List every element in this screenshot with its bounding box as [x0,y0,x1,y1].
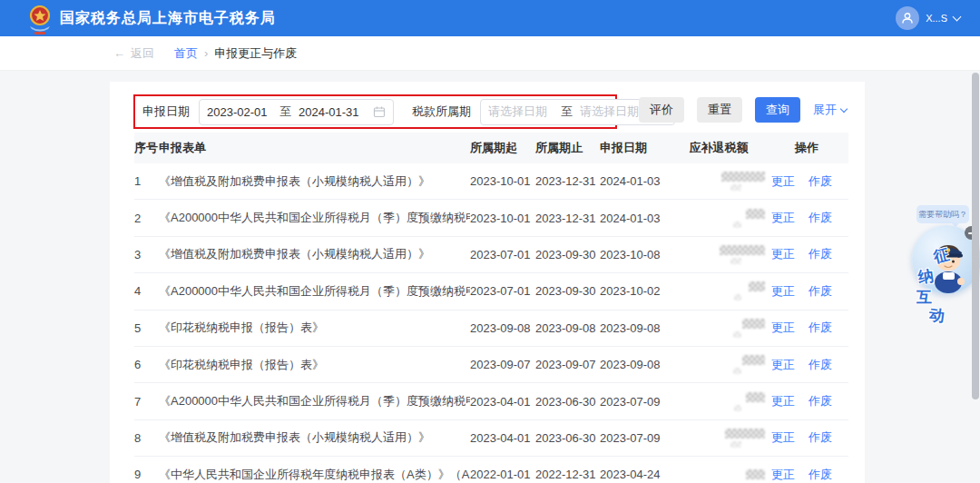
query-button[interactable]: 查询 [755,97,800,123]
row-seq: 6 [134,358,159,371]
correct-link[interactable]: 更正 [771,246,795,262]
redacted-amount-secondary [730,441,741,448]
void-link[interactable]: 作废 [808,210,832,226]
mascot-char-2: 纳 [916,265,935,288]
table-row: 7 《A200000中华人民共和国企业所得税月（季）度预缴纳税申报表（A类...… [134,383,848,419]
username: X...S [926,13,947,24]
row-declare-date: 2023-10-02 [600,284,672,298]
correct-link[interactable]: 更正 [771,283,795,300]
correct-link[interactable]: 更正 [771,173,795,190]
row-amount-redacted [672,245,765,264]
redacted-amount [720,245,765,255]
breadcrumb-current: 申报更正与作废 [214,45,297,62]
correct-link[interactable]: 更正 [771,393,795,409]
user-menu[interactable]: X...S [896,0,960,36]
tax-period-to-label: 至 [561,104,573,120]
col-declare-date: 申报日期 [600,140,672,156]
correct-link[interactable]: 更正 [771,320,795,336]
row-operations: 更正 作废 [765,393,848,409]
row-period-start: 2023-10-01 [470,212,535,225]
table-row: 2 《A200000中华人民共和国企业所得税月（季）度预缴纳税申报表（A类...… [134,200,848,236]
expand-toggle[interactable]: 展开 [813,102,847,118]
back-button[interactable]: ← 返回 [113,45,154,62]
col-period-end: 所属期止 [535,140,600,156]
correct-link[interactable]: 更正 [771,467,795,483]
row-declare-date: 2023-07-09 [600,431,672,445]
assistant-widget[interactable]: 需要帮助吗？ 征 纳 互 动 [901,202,980,303]
row-operations: 更正 作废 [765,246,848,262]
page: 国家税务总局上海市电子税务局 X...S ← 返回 首页 › 申报更正与作废 申… [0,0,980,483]
row-period-end: 2023-12-31 [535,174,600,188]
row-period-end: 2023-09-30 [535,248,600,261]
row-amount-redacted [672,355,765,374]
col-form: 申报表单 [159,140,470,156]
vertical-scrollbar[interactable] [972,73,979,399]
person-icon [900,11,915,25]
breadcrumb-separator: › [204,46,208,60]
tax-period-end-placeholder[interactable]: 请选择日期 [580,104,645,120]
row-operations: 更正 作废 [765,210,848,226]
declare-date-range-input[interactable]: 2023-02-01 至 2024-01-31 [199,99,394,125]
row-seq: 3 [134,248,159,261]
top-bar: 国家税务总局上海市电子税务局 X...S [0,0,980,36]
row-operations: 更正 作废 [765,173,848,190]
col-ops: 操作 [765,140,848,156]
row-period-end: 2022-12-31 [535,468,600,481]
tax-emblem-logo [27,5,53,36]
void-link[interactable]: 作废 [808,467,832,483]
content-card: 申报日期 2023-02-01 至 2024-01-31 税款所属期 请选择日期… [110,82,865,483]
chevron-down-icon [840,104,848,112]
table-row: 1 《增值税及附加税费申报表（小规模纳税人适用）》 2023-10-01 202… [134,163,848,200]
void-link[interactable]: 作废 [808,393,832,409]
row-seq: 4 [134,284,159,298]
row-declare-date: 2023-04-24 [600,468,672,481]
void-link[interactable]: 作废 [808,429,832,446]
row-declare-date: 2023-09-08 [600,321,672,335]
void-link[interactable]: 作废 [808,357,832,373]
row-form-name: 《A200000中华人民共和国企业所得税月（季）度预缴纳税申报表（A类... [159,283,470,300]
row-seq: 5 [134,321,159,335]
correct-link[interactable]: 更正 [771,210,795,226]
correct-link[interactable]: 更正 [771,357,795,373]
breadcrumb-home[interactable]: 首页 [174,45,198,62]
user-avatar[interactable] [896,6,919,30]
row-operations: 更正 作废 [765,320,848,336]
table-row: 6 《印花税纳税申报（报告）表》 2023-09-07 2023-09-07 2… [134,347,848,383]
redacted-amount-secondary [733,222,741,228]
declaration-table: 序号 申报表单 所属期起 所属期止 申报日期 应补退税额 操作 1 《增值税及附… [134,133,848,483]
row-seq: 9 [134,468,159,481]
row-declare-date: 2023-07-09 [600,395,672,409]
row-period-start: 2023-09-08 [470,321,535,335]
declare-date-start[interactable]: 2023-02-01 [207,105,272,119]
declare-date-label: 申报日期 [142,104,190,120]
redacted-amount [746,209,765,219]
redacted-amount-secondary [733,368,741,374]
row-form-name: 《印花税纳税申报（报告）表》 [159,320,470,336]
row-seq: 8 [134,431,159,445]
void-link[interactable]: 作废 [808,246,832,262]
tax-period-start-placeholder[interactable]: 请选择日期 [488,104,554,120]
back-arrow-icon: ← [113,46,125,60]
void-link[interactable]: 作废 [808,320,832,336]
table-row: 8 《增值税及附加税费申报表（小规模纳税人适用）》 2023-04-01 202… [134,420,848,457]
row-period-end: 2023-06-30 [535,431,600,445]
table-row: 3 《增值税及附加税费申报表（小规模纳税人适用）》 2023-07-01 202… [134,237,848,273]
row-seq: 7 [134,395,159,409]
evaluate-button[interactable]: 评价 [639,97,684,123]
reset-button[interactable]: 重置 [697,97,742,123]
redacted-amount-secondary [734,405,741,411]
calendar-icon[interactable] [373,105,386,118]
correct-link[interactable]: 更正 [771,429,795,446]
mascot-char-3: 互 [916,287,932,308]
row-form-name: 《增值税及附加税费申报表（小规模纳税人适用）》 [159,429,470,446]
row-amount-redacted [672,429,765,448]
void-link[interactable]: 作废 [808,283,832,300]
void-link[interactable]: 作废 [808,173,832,190]
row-amount-redacted [672,469,765,479]
table-body: 1 《增值税及附加税费申报表（小规模纳税人适用）》 2023-10-01 202… [134,163,848,483]
redacted-amount [746,469,765,479]
row-form-name: 《增值税及附加税费申报表（小规模纳税人适用）》 [159,173,470,190]
redacted-amount-secondary [734,294,741,301]
declare-date-end[interactable]: 2024-01-31 [299,105,364,119]
table-header-row: 序号 申报表单 所属期起 所属期止 申报日期 应补退税额 操作 [134,133,848,163]
